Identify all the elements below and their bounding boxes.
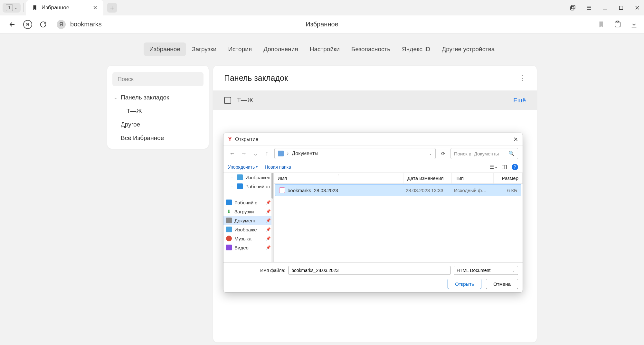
chevron-down-icon: ⌄ [14,5,17,10]
search-placeholder: Поиск в: Документы [454,151,499,156]
reload-button[interactable] [37,19,49,30]
path-bar[interactable]: › Документы ⌄ [274,148,436,159]
search-input[interactable] [112,72,204,86]
sidebar-all[interactable]: Всё Избранное [107,131,209,145]
tree-video[interactable]: Видео📌 [223,243,273,252]
extensions-icon[interactable] [614,21,621,28]
sidebar-other[interactable]: Другое [107,118,209,131]
tree-music[interactable]: Музыка📌 [223,234,273,243]
file-name: bookmarks_28.03.2023 [288,188,338,193]
svg-rect-6 [620,6,623,10]
bookmarks-sidebar: ⌄ Панель закладок Т—Ж Другое Всё Избранн… [107,66,209,149]
preview-pane-icon[interactable] [501,164,507,170]
close-window-icon[interactable] [633,4,641,12]
new-tab-button[interactable]: ＋ [107,3,117,13]
cancel-button[interactable]: Отмена [486,279,518,289]
path-chevron-icon: › [287,151,289,156]
sidebar-other-label: Другое [121,121,140,128]
more-link[interactable]: Ещё [513,97,526,104]
bookmark-name: Т—Ж [237,97,513,104]
filename-input[interactable] [289,266,450,275]
sidebar-root[interactable]: ⌄ Панель закладок [107,91,209,104]
dialog-title: Открытие [235,136,258,142]
col-size[interactable]: Размер [494,173,523,183]
nav-favorites[interactable]: Избранное [144,42,186,56]
nav-forward-button[interactable]: → [240,150,248,157]
toolbar: Я Я bookmarks Избранное [0,15,644,33]
file-row[interactable]: bookmarks_28.03.2023 28.03.2023 13:33 Ис… [275,184,521,196]
copy-window-icon[interactable] [569,4,577,12]
bookmark-icon [32,5,38,11]
divider [23,3,24,12]
bookmark-row[interactable]: Т—Ж Ещё [213,91,537,110]
menu-icon[interactable] [585,4,593,12]
bookmark-outline-icon[interactable] [598,21,605,28]
help-icon[interactable]: ? [512,164,518,170]
search-icon: 🔍 [508,151,515,156]
col-type[interactable]: Тип [452,173,494,183]
minimize-icon[interactable] [601,4,609,12]
nav-addons[interactable]: Дополнения [258,42,304,56]
panel-title: Панель закладок [224,73,288,83]
url-text[interactable]: bookmarks [70,21,102,28]
checkbox[interactable] [224,97,231,104]
file-icon [279,187,285,193]
svg-rect-9 [615,22,620,27]
back-button[interactable] [6,19,18,30]
settings-nav: Избранное Загрузки История Дополнения На… [0,42,644,56]
nav-history[interactable]: История [222,42,258,56]
dialog-tree: ›Изображен ›Рабочий ст Рабочий с📌 ⬇Загру… [223,173,274,262]
nav-downloads[interactable]: Загрузки [186,42,222,56]
col-date[interactable]: Дата изменения [403,173,452,183]
tab-counter[interactable]: 1 ⌄ [3,3,21,13]
chevron-down-icon[interactable]: ⌄ [429,151,432,156]
page-title: Избранное [306,21,338,28]
svg-rect-11 [502,165,507,169]
tree-desktop[interactable]: ›Рабочий ст [223,182,273,191]
refresh-button[interactable]: ⟳ [439,151,447,157]
file-size: 6 КБ [492,188,521,193]
file-date: 28.03.2023 13:33 [402,188,450,193]
sidebar-all-label: Всё Избранное [121,135,164,142]
file-type: Исходный фа… [450,188,492,193]
nav-settings[interactable]: Настройки [304,42,346,56]
tree-documents[interactable]: Документ📌 [223,216,273,225]
nav-yandex-id[interactable]: Яндекс ID [396,42,436,56]
scrollbar-thumb[interactable] [271,173,273,199]
maximize-icon[interactable] [617,4,625,12]
folder-icon [278,151,284,156]
panel-menu-button[interactable]: ⋮ [519,74,526,82]
filename-label: Имя файла: [260,268,285,273]
yandex-button[interactable]: Я [22,19,33,30]
dialog-close-button[interactable]: ✕ [513,136,518,143]
active-tab[interactable]: Избранное ✕ [26,0,103,15]
view-list-icon[interactable]: ☰ ▾ [489,164,497,170]
breadcrumb-text: Документы [292,151,318,156]
tree-images[interactable]: ›Изображен [223,173,273,182]
tree-downloads[interactable]: ⬇Загрузки📌 [223,207,273,216]
tab-title: Избранное [42,5,89,11]
nav-up-button[interactable]: ↑ [263,150,271,157]
nav-back-button[interactable]: ← [228,150,236,157]
tree-images2[interactable]: Изображе📌 [223,225,273,234]
nav-devices[interactable]: Другие устройства [436,42,500,56]
svg-rect-1 [571,7,574,10]
new-folder-button[interactable]: Новая папка [265,164,291,170]
downloads-icon[interactable] [630,21,638,28]
nav-recent-chevron[interactable]: ⌄ [251,150,260,157]
tab-strip: 1 ⌄ Избранное ✕ ＋ [0,0,644,15]
yandex-logo-icon: Y [228,136,232,143]
close-tab-icon[interactable]: ✕ [93,4,98,11]
tab-count-badge: 1 [6,4,13,11]
site-icon: Я [57,20,66,29]
open-button[interactable]: Открыть [448,279,481,289]
chevron-down-icon: ⌄ [114,95,118,100]
tree-desktop2[interactable]: Рабочий с📌 [223,198,273,207]
sidebar-child[interactable]: Т—Ж [107,104,209,118]
filetype-select[interactable]: HTML Document⌄ [454,266,518,275]
col-name[interactable]: ⌃Имя [274,173,403,183]
nav-security[interactable]: Безопасность [346,42,396,56]
svg-rect-0 [572,5,575,9]
dialog-search-input[interactable]: Поиск в: Документы 🔍 [450,148,518,159]
organize-menu[interactable]: Упорядочить▾ [228,164,258,170]
